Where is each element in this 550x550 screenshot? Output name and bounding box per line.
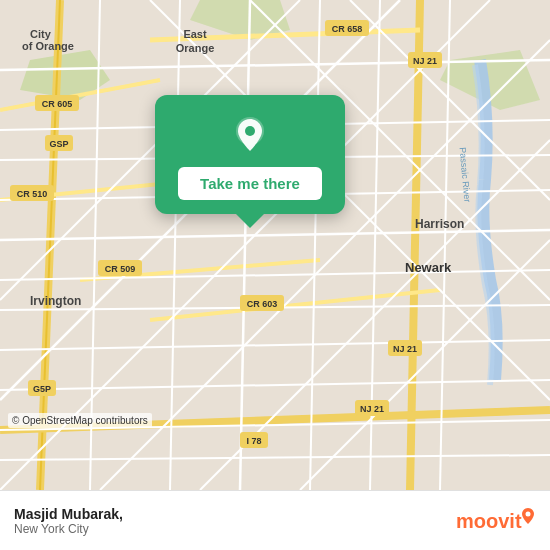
svg-text:CR 605: CR 605 xyxy=(42,99,73,109)
svg-text:City: City xyxy=(30,28,52,40)
svg-point-66 xyxy=(526,511,531,516)
svg-text:CR 509: CR 509 xyxy=(105,264,136,274)
svg-text:CR 603: CR 603 xyxy=(247,299,278,309)
location-pin-icon xyxy=(228,113,272,157)
svg-text:CR 510: CR 510 xyxy=(17,189,48,199)
svg-text:moovit: moovit xyxy=(456,510,522,532)
svg-text:of Orange: of Orange xyxy=(22,40,74,52)
svg-text:NJ 21: NJ 21 xyxy=(413,56,437,66)
location-popup: Take me there xyxy=(155,95,345,214)
bottom-bar: Masjid Mubarak, New York City moovit xyxy=(0,490,550,550)
svg-text:Orange: Orange xyxy=(176,42,215,54)
location-city: New York City xyxy=(14,522,123,536)
moovit-logo: moovit xyxy=(456,506,536,536)
svg-text:GSP: GSP xyxy=(49,139,68,149)
location-name: Masjid Mubarak, xyxy=(14,506,123,522)
map-view[interactable]: CR 658 CR 605 CR 510 CR CR 509 CR 603 NJ… xyxy=(0,0,550,490)
svg-point-64 xyxy=(245,126,255,136)
moovit-logo-svg: moovit xyxy=(456,506,536,536)
svg-text:East: East xyxy=(183,28,207,40)
svg-text:Harrison: Harrison xyxy=(415,217,464,231)
svg-text:Irvington: Irvington xyxy=(30,294,81,308)
svg-text:Newark: Newark xyxy=(405,260,452,275)
svg-text:NJ 21: NJ 21 xyxy=(393,344,417,354)
svg-text:CR 658: CR 658 xyxy=(332,24,363,34)
location-info: Masjid Mubarak, New York City xyxy=(14,506,123,536)
take-me-there-button[interactable]: Take me there xyxy=(178,167,322,200)
osm-attribution: © OpenStreetMap contributors xyxy=(8,413,152,428)
svg-text:I 78: I 78 xyxy=(246,436,261,446)
svg-text:G5P: G5P xyxy=(33,384,51,394)
svg-text:NJ 21: NJ 21 xyxy=(360,404,384,414)
